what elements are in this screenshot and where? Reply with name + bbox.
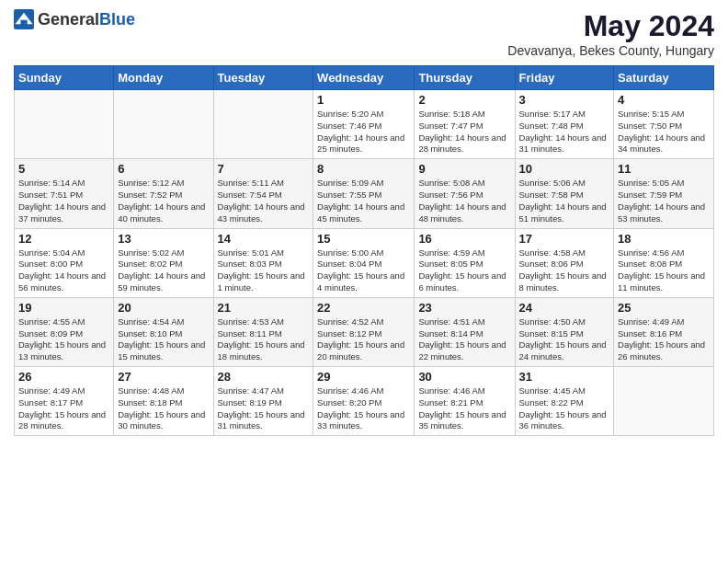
table-row: 28Sunrise: 4:47 AM Sunset: 8:19 PM Dayli… — [213, 367, 313, 436]
day-number: 12 — [18, 232, 109, 246]
day-number: 8 — [317, 162, 410, 176]
day-number: 26 — [18, 370, 109, 384]
day-info: Sunrise: 4:54 AM Sunset: 8:10 PM Dayligh… — [118, 316, 209, 363]
table-row: 22Sunrise: 4:52 AM Sunset: 8:12 PM Dayli… — [313, 297, 415, 366]
day-info: Sunrise: 4:53 AM Sunset: 8:11 PM Dayligh… — [218, 316, 310, 363]
day-number: 29 — [317, 370, 410, 384]
table-row: 24Sunrise: 4:50 AM Sunset: 8:15 PM Dayli… — [515, 297, 614, 366]
calendar-week-row: 19Sunrise: 4:55 AM Sunset: 8:09 PM Dayli… — [15, 297, 714, 366]
day-info: Sunrise: 5:05 AM Sunset: 7:59 PM Dayligh… — [618, 178, 710, 224]
table-row: 26Sunrise: 4:49 AM Sunset: 8:17 PM Dayli… — [15, 367, 114, 436]
day-info: Sunrise: 5:17 AM Sunset: 7:48 PM Dayligh… — [519, 109, 610, 155]
day-number: 24 — [519, 301, 610, 315]
table-row: 25Sunrise: 4:49 AM Sunset: 8:16 PM Dayli… — [614, 297, 714, 366]
day-info: Sunrise: 5:06 AM Sunset: 7:58 PM Dayligh… — [519, 178, 610, 224]
day-number: 21 — [218, 301, 310, 315]
day-info: Sunrise: 4:49 AM Sunset: 8:17 PM Dayligh… — [18, 385, 109, 432]
table-row: 14Sunrise: 5:01 AM Sunset: 8:03 PM Dayli… — [213, 228, 313, 297]
day-number: 15 — [317, 232, 410, 246]
day-number: 14 — [218, 232, 310, 246]
table-row: 2Sunrise: 5:18 AM Sunset: 7:47 PM Daylig… — [415, 90, 515, 159]
day-number: 11 — [618, 162, 710, 176]
day-number: 4 — [618, 93, 710, 107]
table-row: 13Sunrise: 5:02 AM Sunset: 8:02 PM Dayli… — [114, 228, 213, 297]
table-row: 20Sunrise: 4:54 AM Sunset: 8:10 PM Dayli… — [114, 297, 213, 366]
day-number: 27 — [118, 370, 209, 384]
col-thursday: Thursday — [415, 66, 515, 90]
day-number: 3 — [519, 93, 610, 107]
day-number: 17 — [519, 232, 610, 246]
table-row — [114, 90, 213, 159]
day-number: 16 — [418, 232, 510, 246]
location-subtitle: Devavanya, Bekes County, Hungary — [507, 43, 714, 58]
day-info: Sunrise: 5:12 AM Sunset: 7:52 PM Dayligh… — [118, 178, 209, 224]
calendar-page: GeneralBlue May 2024 Devavanya, Bekes Co… — [0, 0, 728, 563]
col-monday: Monday — [114, 66, 213, 90]
day-info: Sunrise: 5:01 AM Sunset: 8:03 PM Dayligh… — [218, 247, 310, 294]
day-info: Sunrise: 4:50 AM Sunset: 8:15 PM Dayligh… — [519, 316, 610, 363]
table-row: 19Sunrise: 4:55 AM Sunset: 8:09 PM Dayli… — [15, 297, 114, 366]
day-info: Sunrise: 5:00 AM Sunset: 8:04 PM Dayligh… — [317, 247, 410, 294]
calendar-week-row: 1Sunrise: 5:20 AM Sunset: 7:46 PM Daylig… — [15, 90, 714, 159]
logo-text-general: General — [38, 10, 99, 29]
day-info: Sunrise: 4:59 AM Sunset: 8:05 PM Dayligh… — [418, 247, 510, 294]
day-number: 18 — [618, 232, 710, 246]
calendar-week-row: 12Sunrise: 5:04 AM Sunset: 8:00 PM Dayli… — [15, 228, 714, 297]
table-row: 11Sunrise: 5:05 AM Sunset: 7:59 PM Dayli… — [614, 159, 714, 228]
col-sunday: Sunday — [15, 66, 114, 90]
day-info: Sunrise: 5:14 AM Sunset: 7:51 PM Dayligh… — [18, 178, 109, 224]
day-info: Sunrise: 5:15 AM Sunset: 7:50 PM Dayligh… — [618, 109, 710, 155]
table-row — [213, 90, 313, 159]
day-number: 5 — [18, 162, 109, 176]
main-title: May 2024 — [507, 9, 714, 43]
day-number: 10 — [519, 162, 610, 176]
logo-icon — [14, 9, 34, 29]
day-info: Sunrise: 4:56 AM Sunset: 8:08 PM Dayligh… — [618, 247, 710, 294]
table-row: 8Sunrise: 5:09 AM Sunset: 7:55 PM Daylig… — [313, 159, 415, 228]
day-info: Sunrise: 4:51 AM Sunset: 8:14 PM Dayligh… — [418, 316, 510, 363]
day-info: Sunrise: 4:55 AM Sunset: 8:09 PM Dayligh… — [18, 316, 109, 363]
table-row: 30Sunrise: 4:46 AM Sunset: 8:21 PM Dayli… — [415, 367, 515, 436]
table-row: 10Sunrise: 5:06 AM Sunset: 7:58 PM Dayli… — [515, 159, 614, 228]
table-row: 1Sunrise: 5:20 AM Sunset: 7:46 PM Daylig… — [313, 90, 415, 159]
table-row: 6Sunrise: 5:12 AM Sunset: 7:52 PM Daylig… — [114, 159, 213, 228]
table-row: 9Sunrise: 5:08 AM Sunset: 7:56 PM Daylig… — [415, 159, 515, 228]
day-info: Sunrise: 5:11 AM Sunset: 7:54 PM Dayligh… — [218, 178, 310, 224]
day-info: Sunrise: 4:58 AM Sunset: 8:06 PM Dayligh… — [519, 247, 610, 294]
table-row: 27Sunrise: 4:48 AM Sunset: 8:18 PM Dayli… — [114, 367, 213, 436]
day-number: 6 — [118, 162, 209, 176]
day-info: Sunrise: 5:18 AM Sunset: 7:47 PM Dayligh… — [418, 109, 510, 155]
calendar-header-row: Sunday Monday Tuesday Wednesday Thursday… — [15, 66, 714, 90]
table-row: 29Sunrise: 4:46 AM Sunset: 8:20 PM Dayli… — [313, 367, 415, 436]
table-row: 7Sunrise: 5:11 AM Sunset: 7:54 PM Daylig… — [213, 159, 313, 228]
day-info: Sunrise: 4:48 AM Sunset: 8:18 PM Dayligh… — [118, 385, 209, 432]
table-row: 17Sunrise: 4:58 AM Sunset: 8:06 PM Dayli… — [515, 228, 614, 297]
day-info: Sunrise: 5:20 AM Sunset: 7:46 PM Dayligh… — [317, 109, 410, 155]
table-row: 16Sunrise: 4:59 AM Sunset: 8:05 PM Dayli… — [415, 228, 515, 297]
col-friday: Friday — [515, 66, 614, 90]
day-info: Sunrise: 5:02 AM Sunset: 8:02 PM Dayligh… — [118, 247, 209, 294]
day-info: Sunrise: 5:04 AM Sunset: 8:00 PM Dayligh… — [18, 247, 109, 294]
table-row: 31Sunrise: 4:45 AM Sunset: 8:22 PM Dayli… — [515, 367, 614, 436]
logo-text-blue: Blue — [99, 10, 135, 29]
day-number: 13 — [118, 232, 209, 246]
table-row: 18Sunrise: 4:56 AM Sunset: 8:08 PM Dayli… — [614, 228, 714, 297]
table-row — [614, 367, 714, 436]
table-row: 5Sunrise: 5:14 AM Sunset: 7:51 PM Daylig… — [15, 159, 114, 228]
table-row — [15, 90, 114, 159]
day-number: 22 — [317, 301, 410, 315]
table-row: 15Sunrise: 5:00 AM Sunset: 8:04 PM Dayli… — [313, 228, 415, 297]
table-row: 21Sunrise: 4:53 AM Sunset: 8:11 PM Dayli… — [213, 297, 313, 366]
calendar-week-row: 26Sunrise: 4:49 AM Sunset: 8:17 PM Dayli… — [15, 367, 714, 436]
logo: GeneralBlue — [14, 9, 135, 29]
col-wednesday: Wednesday — [313, 66, 415, 90]
day-number: 28 — [218, 370, 310, 384]
col-saturday: Saturday — [614, 66, 714, 90]
col-tuesday: Tuesday — [213, 66, 313, 90]
day-info: Sunrise: 4:45 AM Sunset: 8:22 PM Dayligh… — [519, 385, 610, 432]
svg-rect-2 — [20, 20, 27, 26]
day-number: 19 — [18, 301, 109, 315]
title-block: May 2024 Devavanya, Bekes County, Hungar… — [507, 9, 714, 58]
day-number: 31 — [519, 370, 610, 384]
table-row: 12Sunrise: 5:04 AM Sunset: 8:00 PM Dayli… — [15, 228, 114, 297]
